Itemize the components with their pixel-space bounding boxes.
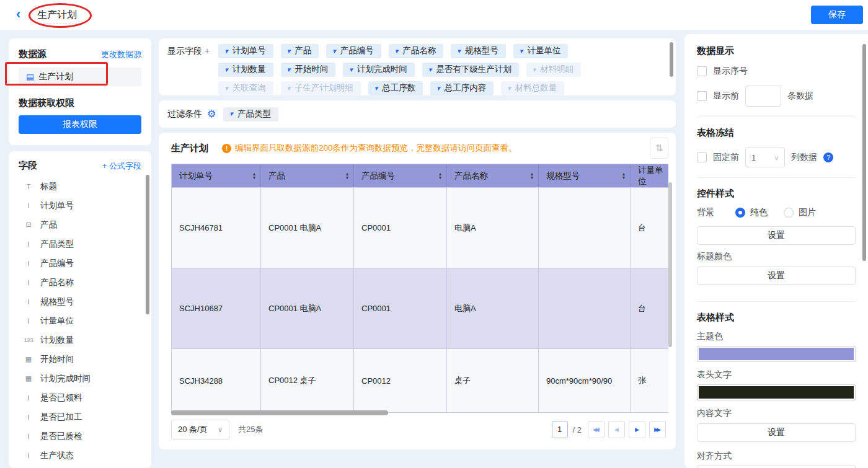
- display-field-tag[interactable]: ▾计划数量: [218, 63, 273, 77]
- column-sort-icon[interactable]: ▴▾: [439, 172, 441, 180]
- filter-tag[interactable]: ▾产品类型: [223, 107, 278, 121]
- back-icon[interactable]: ‹: [16, 6, 20, 22]
- warning-message: ! 编辑界面只取数据源前200条作为查询数据预览，完整数据请访问页面查看。: [222, 143, 517, 154]
- scrollbar-thumb[interactable]: [862, 44, 866, 261]
- display-field-tag[interactable]: ▾计划单号: [218, 44, 273, 58]
- field-item[interactable]: I规格型号: [19, 292, 141, 311]
- column-header[interactable]: 计量单位: [631, 164, 668, 187]
- column-sort-icon[interactable]: ▴▾: [346, 172, 348, 180]
- datasource-item[interactable]: ▤ 生产计划: [19, 68, 141, 86]
- field-item[interactable]: I产品名称: [19, 273, 141, 292]
- column-header[interactable]: 计划单号▴▾: [172, 164, 261, 187]
- save-button[interactable]: 保存: [811, 6, 863, 24]
- scrollbar-thumb[interactable]: [146, 175, 149, 314]
- field-item[interactable]: ⊡产品: [19, 215, 141, 234]
- help-icon[interactable]: ?: [823, 152, 833, 162]
- display-field-tag[interactable]: ▾开始时间: [281, 63, 336, 77]
- display-field-tag-disabled[interactable]: ▾子生产计划明细: [281, 81, 361, 95]
- header-text-label: 表头文字: [697, 369, 856, 381]
- fields-title: 字段: [19, 160, 37, 172]
- display-field-tag[interactable]: ▾总工序数: [368, 81, 423, 95]
- display-field-tag[interactable]: ▾产品名称: [389, 44, 444, 58]
- prev-page-button[interactable]: ◀: [608, 421, 625, 438]
- chevron-down-icon: ▾: [428, 66, 432, 73]
- title-color-set-button[interactable]: 设置: [697, 267, 856, 285]
- field-item[interactable]: I生产状态: [19, 446, 141, 465]
- display-field-tag[interactable]: ▾计划完成时间: [343, 63, 415, 77]
- report-permission-button[interactable]: 报表权限: [19, 115, 141, 134]
- add-display-field-icon[interactable]: +: [205, 46, 210, 56]
- align-control[interactable]: [697, 465, 856, 468]
- page-size-select[interactable]: 20 条/页 ∨: [171, 420, 229, 440]
- field-item[interactable]: T标题: [19, 177, 141, 196]
- field-item[interactable]: I产品编号: [19, 254, 141, 273]
- chevron-down-icon: ▾: [520, 48, 523, 55]
- checkbox-show-first[interactable]: [697, 91, 707, 101]
- column-sort-icon[interactable]: ▴▾: [253, 172, 255, 180]
- column-header[interactable]: 产品编号▴▾: [354, 164, 447, 187]
- field-item[interactable]: I计量单位: [19, 311, 141, 330]
- chevron-down-icon: ▾: [457, 48, 461, 55]
- display-field-tag-disabled[interactable]: ▾材料总数量: [501, 81, 564, 95]
- chevron-down-icon: ▾: [533, 66, 536, 73]
- field-item[interactable]: 123计划数量: [19, 330, 141, 350]
- column-sort-icon[interactable]: ▴▾: [531, 172, 533, 180]
- page-number-input[interactable]: 1: [552, 421, 568, 438]
- row-limit-input[interactable]: [745, 86, 781, 107]
- horizontal-scrollbar-thumb[interactable]: [171, 410, 388, 415]
- table-style-title: 表格样式: [697, 312, 856, 324]
- field-item[interactable]: I计划单号: [19, 196, 141, 215]
- column-label: 计划单号: [179, 170, 213, 182]
- checkbox-fix-columns[interactable]: [697, 152, 707, 162]
- table-row[interactable]: SCJH10687 CP0001 电脑A CP0001 电脑A 台: [172, 268, 668, 348]
- display-field-tag[interactable]: ▾产品: [281, 44, 319, 58]
- field-item[interactable]: I是否已加工: [19, 407, 141, 426]
- fix-count-select[interactable]: 1 ∨: [745, 148, 785, 167]
- next-page-button[interactable]: ▶: [629, 421, 645, 438]
- column-header[interactable]: 规格型号▴▾: [539, 164, 631, 187]
- scrollbar-thumb[interactable]: [670, 42, 673, 77]
- table-row[interactable]: SCJH34288 CP0012 桌子 CP0012 桌子 90cm*90cm*…: [172, 348, 668, 412]
- field-label: 产品名称: [40, 277, 74, 288]
- column-sort-icon[interactable]: ▴▾: [622, 172, 625, 180]
- field-item[interactable]: ▦计划完成时间: [19, 369, 141, 388]
- display-field-tag[interactable]: ▾产品编号: [326, 44, 381, 58]
- field-item[interactable]: I是否已质检: [19, 426, 141, 446]
- table-cell: CP0001 电脑A: [261, 268, 354, 348]
- field-item[interactable]: ▦开始时间: [19, 350, 141, 369]
- display-field-tag-disabled[interactable]: ▾材料明细: [526, 63, 582, 77]
- display-field-tag-disabled[interactable]: ▾关联查询: [218, 81, 273, 95]
- sort-icon[interactable]: ⇅: [650, 138, 668, 159]
- radio-solid-color[interactable]: [735, 208, 745, 218]
- checkbox-show-index[interactable]: [697, 66, 707, 76]
- table-row[interactable]: SCJH46781 CP0001 电脑A CP0001 电脑A 台: [172, 187, 668, 268]
- content-text-set-button[interactable]: 设置: [697, 423, 856, 442]
- first-page-button[interactable]: ◀◀: [588, 421, 604, 438]
- change-datasource-link[interactable]: 更改数据源: [101, 49, 141, 60]
- permission-title: 数据获取权限: [19, 97, 141, 109]
- theme-color-swatch[interactable]: [697, 346, 856, 362]
- background-set-button[interactable]: 设置: [697, 226, 856, 245]
- column-header[interactable]: 产品名称▴▾: [447, 164, 539, 187]
- table-cell: CP0012 桌子: [261, 348, 354, 412]
- display-field-tag[interactable]: ▾计量单位: [513, 44, 569, 58]
- add-formula-field-link[interactable]: + 公式字段: [102, 161, 141, 172]
- display-field-tag[interactable]: ▾规格型号: [451, 44, 506, 58]
- document-icon: ▤: [26, 73, 34, 81]
- display-field-tag[interactable]: ▾总工序内容: [430, 81, 494, 95]
- table-cell: 台: [631, 268, 668, 348]
- display-field-tag[interactable]: ▾是否有下级生产计划: [422, 63, 519, 77]
- gear-icon[interactable]: ⚙: [207, 109, 216, 119]
- vertical-scrollbar-thumb[interactable]: [668, 182, 672, 347]
- field-item[interactable]: I是否已领料: [19, 388, 141, 407]
- last-page-button[interactable]: ▶▶: [649, 421, 666, 438]
- field-label: 标题: [40, 181, 57, 192]
- field-item[interactable]: I产品类型: [19, 234, 141, 254]
- text-field-icon: I: [22, 241, 35, 248]
- text-field-icon: I: [22, 394, 35, 402]
- table-cell: SCJH46781: [172, 187, 261, 268]
- column-header[interactable]: 产品▴▾: [261, 164, 354, 187]
- header-text-swatch[interactable]: [697, 384, 856, 400]
- filter-panel: 过滤条件 ⚙ ▾产品类型: [159, 100, 676, 128]
- radio-image[interactable]: [784, 208, 794, 218]
